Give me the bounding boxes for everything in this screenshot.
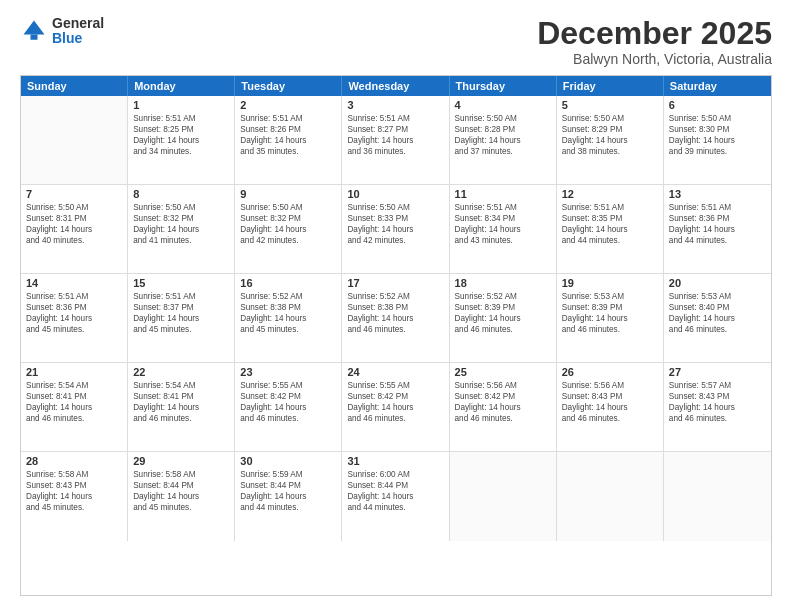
cell-info-line: and 41 minutes. xyxy=(133,235,229,246)
calendar-cell: 9Sunrise: 5:50 AMSunset: 8:32 PMDaylight… xyxy=(235,185,342,273)
cell-info-line: Sunrise: 5:52 AM xyxy=(240,291,336,302)
cell-info-line: Sunrise: 5:58 AM xyxy=(26,469,122,480)
cell-info-line: Sunrise: 6:00 AM xyxy=(347,469,443,480)
calendar-cell: 22Sunrise: 5:54 AMSunset: 8:41 PMDayligh… xyxy=(128,363,235,451)
calendar-cell: 30Sunrise: 5:59 AMSunset: 8:44 PMDayligh… xyxy=(235,452,342,541)
cell-info-line: Sunset: 8:43 PM xyxy=(562,391,658,402)
cell-info-line: Sunset: 8:36 PM xyxy=(669,213,766,224)
svg-rect-1 xyxy=(31,35,38,40)
day-number: 1 xyxy=(133,99,229,111)
calendar-page: General Blue December 2025 Balwyn North,… xyxy=(0,0,792,612)
cell-info-line: and 46 minutes. xyxy=(562,413,658,424)
cell-info-line: Daylight: 14 hours xyxy=(240,313,336,324)
cell-info-line: Sunrise: 5:58 AM xyxy=(133,469,229,480)
cell-info-line: and 46 minutes. xyxy=(455,413,551,424)
day-number: 22 xyxy=(133,366,229,378)
cell-info-line: Sunrise: 5:55 AM xyxy=(240,380,336,391)
cell-info-line: Sunset: 8:43 PM xyxy=(669,391,766,402)
cell-info-line: Sunrise: 5:54 AM xyxy=(26,380,122,391)
cell-info-line: Sunrise: 5:57 AM xyxy=(669,380,766,391)
cell-info-line: Sunrise: 5:51 AM xyxy=(133,113,229,124)
cell-info-line: and 44 minutes. xyxy=(669,235,766,246)
cell-info-line: Daylight: 14 hours xyxy=(133,313,229,324)
cell-info-line: Sunset: 8:27 PM xyxy=(347,124,443,135)
cell-info-line: Sunrise: 5:56 AM xyxy=(455,380,551,391)
logo-icon xyxy=(20,17,48,45)
cell-info-line: Daylight: 14 hours xyxy=(26,313,122,324)
cell-info-line: Daylight: 14 hours xyxy=(455,402,551,413)
cell-info-line: Daylight: 14 hours xyxy=(240,402,336,413)
cell-info-line: Sunset: 8:44 PM xyxy=(240,480,336,491)
cell-info-line: Daylight: 14 hours xyxy=(347,224,443,235)
day-number: 26 xyxy=(562,366,658,378)
day-number: 11 xyxy=(455,188,551,200)
cell-info-line: Sunrise: 5:52 AM xyxy=(455,291,551,302)
calendar-cell: 19Sunrise: 5:53 AMSunset: 8:39 PMDayligh… xyxy=(557,274,664,362)
cell-info-line: Sunset: 8:42 PM xyxy=(347,391,443,402)
day-number: 14 xyxy=(26,277,122,289)
cell-info-line: and 46 minutes. xyxy=(133,413,229,424)
cell-info-line: Daylight: 14 hours xyxy=(26,491,122,502)
cell-info-line: Daylight: 14 hours xyxy=(347,402,443,413)
day-number: 16 xyxy=(240,277,336,289)
cell-info-line: Daylight: 14 hours xyxy=(455,135,551,146)
cell-info-line: Sunset: 8:40 PM xyxy=(669,302,766,313)
calendar-cell: 2Sunrise: 5:51 AMSunset: 8:26 PMDaylight… xyxy=(235,96,342,184)
calendar-cell xyxy=(664,452,771,541)
calendar-cell: 24Sunrise: 5:55 AMSunset: 8:42 PMDayligh… xyxy=(342,363,449,451)
calendar-row-5: 28Sunrise: 5:58 AMSunset: 8:43 PMDayligh… xyxy=(21,452,771,541)
calendar-row-2: 7Sunrise: 5:50 AMSunset: 8:31 PMDaylight… xyxy=(21,185,771,274)
cell-info-line: Sunset: 8:41 PM xyxy=(26,391,122,402)
cell-info-line: Sunrise: 5:53 AM xyxy=(669,291,766,302)
cell-info-line: and 42 minutes. xyxy=(347,235,443,246)
calendar-cell: 3Sunrise: 5:51 AMSunset: 8:27 PMDaylight… xyxy=(342,96,449,184)
cell-info-line: and 46 minutes. xyxy=(347,413,443,424)
calendar-cell: 12Sunrise: 5:51 AMSunset: 8:35 PMDayligh… xyxy=(557,185,664,273)
cell-info-line: Sunset: 8:30 PM xyxy=(669,124,766,135)
day-number: 19 xyxy=(562,277,658,289)
svg-marker-0 xyxy=(24,21,45,35)
cell-info-line: Daylight: 14 hours xyxy=(669,313,766,324)
calendar-body: 1Sunrise: 5:51 AMSunset: 8:25 PMDaylight… xyxy=(21,96,771,541)
cell-info-line: Sunrise: 5:50 AM xyxy=(455,113,551,124)
header-day-wednesday: Wednesday xyxy=(342,76,449,96)
day-number: 30 xyxy=(240,455,336,467)
day-number: 17 xyxy=(347,277,443,289)
calendar-row-3: 14Sunrise: 5:51 AMSunset: 8:36 PMDayligh… xyxy=(21,274,771,363)
cell-info-line: Sunset: 8:39 PM xyxy=(455,302,551,313)
cell-info-line: and 43 minutes. xyxy=(455,235,551,246)
calendar: SundayMondayTuesdayWednesdayThursdayFrid… xyxy=(20,75,772,596)
cell-info-line: Sunset: 8:42 PM xyxy=(455,391,551,402)
calendar-header: SundayMondayTuesdayWednesdayThursdayFrid… xyxy=(21,76,771,96)
day-number: 25 xyxy=(455,366,551,378)
calendar-cell: 21Sunrise: 5:54 AMSunset: 8:41 PMDayligh… xyxy=(21,363,128,451)
calendar-cell: 16Sunrise: 5:52 AMSunset: 8:38 PMDayligh… xyxy=(235,274,342,362)
calendar-cell: 25Sunrise: 5:56 AMSunset: 8:42 PMDayligh… xyxy=(450,363,557,451)
cell-info-line: Sunset: 8:29 PM xyxy=(562,124,658,135)
cell-info-line: Sunset: 8:35 PM xyxy=(562,213,658,224)
cell-info-line: and 46 minutes. xyxy=(347,324,443,335)
calendar-cell: 7Sunrise: 5:50 AMSunset: 8:31 PMDaylight… xyxy=(21,185,128,273)
cell-info-line: Daylight: 14 hours xyxy=(347,491,443,502)
cell-info-line: Daylight: 14 hours xyxy=(240,224,336,235)
cell-info-line: Daylight: 14 hours xyxy=(669,135,766,146)
cell-info-line: Sunset: 8:32 PM xyxy=(133,213,229,224)
cell-info-line: Sunset: 8:34 PM xyxy=(455,213,551,224)
cell-info-line: and 46 minutes. xyxy=(455,324,551,335)
calendar-cell: 26Sunrise: 5:56 AMSunset: 8:43 PMDayligh… xyxy=(557,363,664,451)
cell-info-line: Sunrise: 5:53 AM xyxy=(562,291,658,302)
day-number: 24 xyxy=(347,366,443,378)
cell-info-line: and 40 minutes. xyxy=(26,235,122,246)
day-number: 5 xyxy=(562,99,658,111)
cell-info-line: Sunrise: 5:51 AM xyxy=(240,113,336,124)
cell-info-line: and 42 minutes. xyxy=(240,235,336,246)
header-day-thursday: Thursday xyxy=(450,76,557,96)
cell-info-line: Daylight: 14 hours xyxy=(669,224,766,235)
cell-info-line: Sunset: 8:37 PM xyxy=(133,302,229,313)
cell-info-line: and 45 minutes. xyxy=(26,324,122,335)
cell-info-line: Daylight: 14 hours xyxy=(562,224,658,235)
cell-info-line: Sunrise: 5:51 AM xyxy=(347,113,443,124)
cell-info-line: Sunrise: 5:51 AM xyxy=(455,202,551,213)
month-title: December 2025 xyxy=(537,16,772,51)
cell-info-line: Sunrise: 5:52 AM xyxy=(347,291,443,302)
